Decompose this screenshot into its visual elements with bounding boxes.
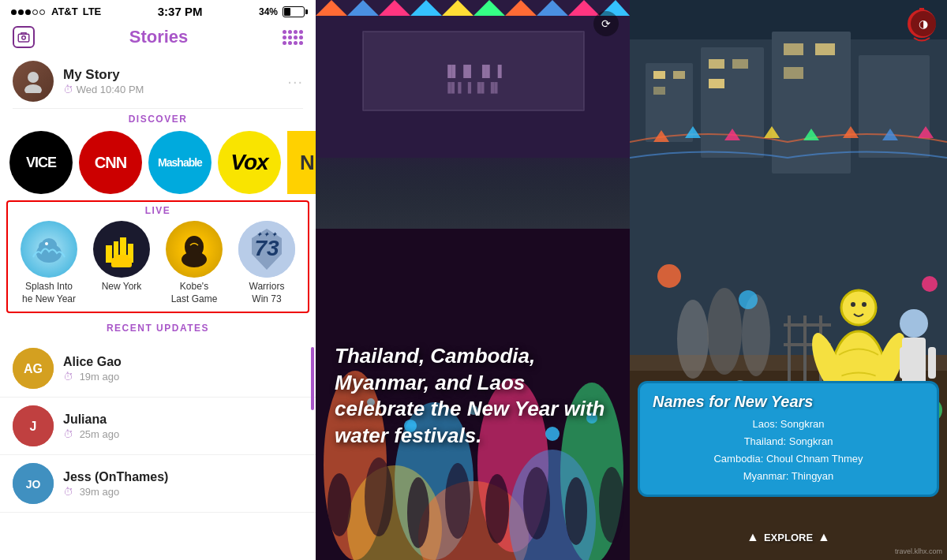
discover-section-label: DISCOVER: [0, 109, 316, 131]
svg-rect-75: [784, 67, 803, 79]
warriors-avatar: 73 ✦ ✦ ✦: [238, 221, 295, 278]
alice-avatar: AG: [13, 348, 54, 389]
svg-point-54: [565, 477, 587, 545]
alice-time: ⏱ 19m ago: [63, 371, 303, 383]
watermark: travel.klhx.com: [895, 547, 942, 555]
header: Stories: [0, 23, 316, 54]
svg-point-96: [851, 302, 855, 307]
juliana-avatar-img: J: [13, 405, 54, 446]
explore-label: EXPLORE: [764, 532, 813, 543]
kobe-icon-svg: [174, 230, 214, 269]
stage-area: ▐▌▐▌ ▐▌▐ ▐▌▌▐ ▐▌▐▌: [316, 0, 630, 252]
carrier-label: AT&T: [51, 6, 78, 17]
right-control-button[interactable]: ◑: [911, 11, 936, 36]
juliana-name: Juliana: [63, 413, 303, 427]
live-section: LIVE Splash: [6, 200, 309, 313]
svg-point-52: [485, 474, 509, 543]
juliana-info: Juliana ⏱ 25m ago: [63, 413, 303, 440]
stage-svg: ▐▌▐▌ ▐▌▐ ▐▌▌▐ ▐▌▐▌: [316, 0, 630, 158]
svg-rect-67: [653, 71, 665, 79]
middle-caption-area: Thailand, Cambodia, Myanmar, and Laos ce…: [316, 343, 630, 450]
live-item-splash[interactable]: Splash Intohe New Year: [14, 221, 84, 305]
camera-button[interactable]: [13, 26, 35, 48]
svg-point-91: [677, 300, 709, 379]
alice-avatar-img: AG: [13, 348, 54, 389]
svg-point-97: [862, 302, 867, 307]
discover-item-ng[interactable]: N: [287, 131, 316, 194]
svg-rect-68: [673, 71, 685, 79]
recent-item-alice[interactable]: AG Alice Gao ⏱ 19m ago: [0, 340, 316, 398]
explore-arrow-icon: ▲: [747, 530, 759, 544]
alice-info: Alice Gao ⏱ 19m ago: [63, 355, 303, 383]
discover-item-cnn[interactable]: CNN: [79, 131, 142, 194]
mashable-label: Mashable: [158, 156, 202, 169]
svg-point-1: [22, 36, 26, 40]
svg-point-48: [328, 473, 351, 536]
svg-text:JO: JO: [26, 478, 41, 491]
ny-icon-svg: [102, 230, 141, 269]
stories-panel: AT&T LTE 3:37 PM 34% Stories: [0, 0, 316, 560]
middle-panel[interactable]: ▐▌▐▌ ▐▌▐ ▐▌▌▐ ▐▌▐▌ Thail: [316, 0, 630, 560]
vice-label: VICE: [26, 155, 56, 171]
middle-caption-text: Thailand, Cambodia, Myanmar, and Laos ce…: [335, 343, 611, 450]
my-story-name: My Story: [63, 67, 278, 83]
jess-avatar-img: JO: [13, 463, 54, 504]
left-panel: AT&T LTE 3:37 PM 34% Stories: [0, 0, 316, 560]
svg-rect-108: [900, 347, 908, 379]
svg-point-49: [365, 457, 393, 536]
discover-row: VICE CNN Mashable Vox N: [0, 131, 316, 200]
battery-fill: [284, 8, 290, 16]
svg-rect-0: [18, 34, 29, 42]
svg-rect-89: [784, 323, 831, 327]
middle-control-button[interactable]: ⟳: [593, 11, 619, 36]
svg-text:J: J: [30, 420, 37, 433]
names-overlay: Names for New Years Laos: Songkran Thail…: [638, 381, 939, 497]
alice-name: Alice Gao: [63, 355, 303, 369]
clock-icon-alice: ⏱: [63, 371, 73, 383]
status-right: 34%: [259, 6, 305, 17]
clock-icon-juliana: ⏱: [63, 428, 73, 440]
kobe-avatar: [166, 221, 223, 278]
live-section-label: LIVE: [14, 205, 301, 216]
live-item-warriors[interactable]: 73 ✦ ✦ ✦ WarriorsWin 73: [232, 221, 301, 305]
names-overlay-title: Names for New Years: [653, 393, 924, 411]
status-bar: AT&T LTE 3:37 PM 34%: [0, 0, 316, 23]
my-story-item[interactable]: My Story ⏱ Wed 10:40 PM ···: [0, 54, 316, 108]
juliana-avatar: J: [13, 405, 54, 446]
live-name-splash: Splash Intohe New Year: [22, 281, 76, 305]
jess-time: ⏱ 39m ago: [63, 486, 303, 498]
svg-point-2: [28, 72, 39, 83]
svg-point-113: [657, 264, 681, 288]
live-item-newyork[interactable]: New York: [87, 221, 156, 305]
svg-rect-66: [859, 55, 930, 158]
my-story-avatar: [13, 61, 54, 102]
svg-point-7: [45, 242, 48, 245]
discover-item-vice[interactable]: VICE: [9, 131, 73, 194]
jess-info: Jess (OnThames) ⏱ 39m ago: [63, 470, 303, 498]
battery-percent: 34%: [259, 6, 278, 17]
svg-point-50: [407, 477, 429, 548]
svg-rect-8: [106, 245, 112, 263]
clock-icon-jess: ⏱: [63, 486, 73, 498]
svg-point-92: [707, 288, 742, 375]
svg-point-53: [523, 467, 550, 539]
menu-icon[interactable]: [283, 30, 303, 45]
svg-rect-73: [784, 43, 803, 55]
recent-item-jess[interactable]: JO Jess (OnThames) ⏱ 39m ago: [0, 455, 316, 513]
scroll-bar: [311, 347, 314, 410]
names-line-3: Cambodia: Choul Chnam Thmey: [653, 450, 924, 468]
svg-text:▐▌▌▐ ▐▌▐▌: ▐▌▌▐ ▐▌▐▌: [444, 82, 500, 94]
live-name-kobe: Kobe'sLast Game: [171, 281, 218, 305]
more-icon[interactable]: ···: [287, 73, 303, 91]
battery-icon: [283, 6, 305, 17]
live-item-kobe[interactable]: Kobe'sLast Game: [159, 221, 229, 305]
time-label: 3:37 PM: [158, 5, 203, 18]
svg-rect-72: [709, 79, 724, 88]
recent-updates-list: AG Alice Gao ⏱ 19m ago J: [0, 340, 316, 513]
explore-bar[interactable]: ▲ EXPLORE ▲: [630, 530, 947, 544]
discover-item-mashable[interactable]: Mashable: [148, 131, 211, 194]
svg-point-15: [182, 252, 207, 267]
right-panel[interactable]: Names for New Years Laos: Songkran Thail…: [630, 0, 947, 560]
discover-item-vox[interactable]: Vox: [218, 131, 281, 194]
recent-item-juliana[interactable]: J Juliana ⏱ 25m ago: [0, 398, 316, 455]
